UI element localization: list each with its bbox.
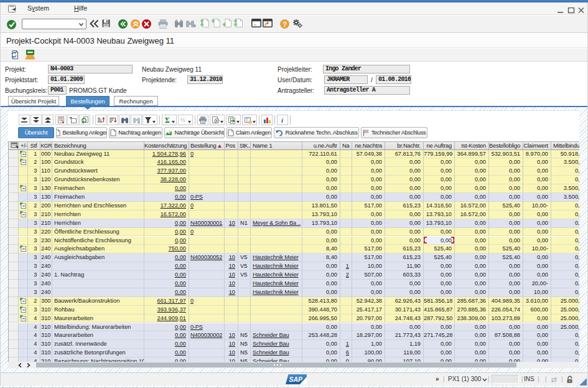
svg-text:½: ½ — [180, 117, 185, 123]
svg-text:Σ: Σ — [165, 116, 170, 124]
svg-text:SAP: SAP — [289, 376, 304, 383]
svg-text:i: i — [281, 116, 284, 124]
